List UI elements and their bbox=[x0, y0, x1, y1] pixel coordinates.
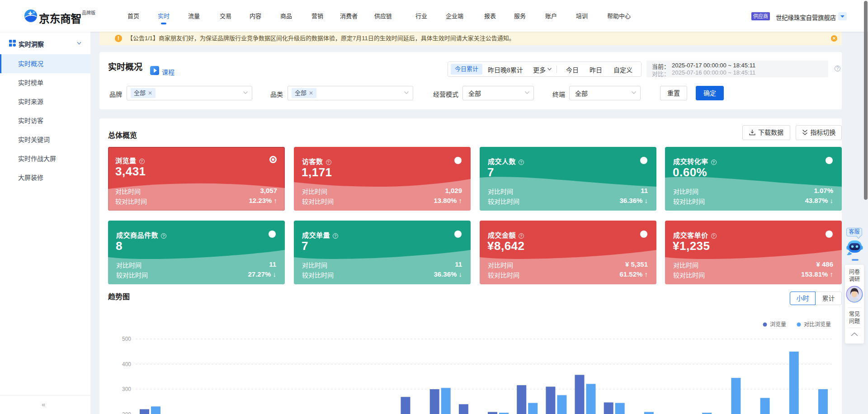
svg-text:500: 500 bbox=[122, 336, 131, 342]
svg-text:浏览量: 浏览量 bbox=[770, 321, 786, 328]
svg-text:200: 200 bbox=[122, 411, 131, 414]
svg-text:300: 300 bbox=[122, 386, 131, 392]
svg-text:对比浏览量: 对比浏览量 bbox=[804, 321, 831, 328]
svg-text:400: 400 bbox=[122, 361, 131, 367]
